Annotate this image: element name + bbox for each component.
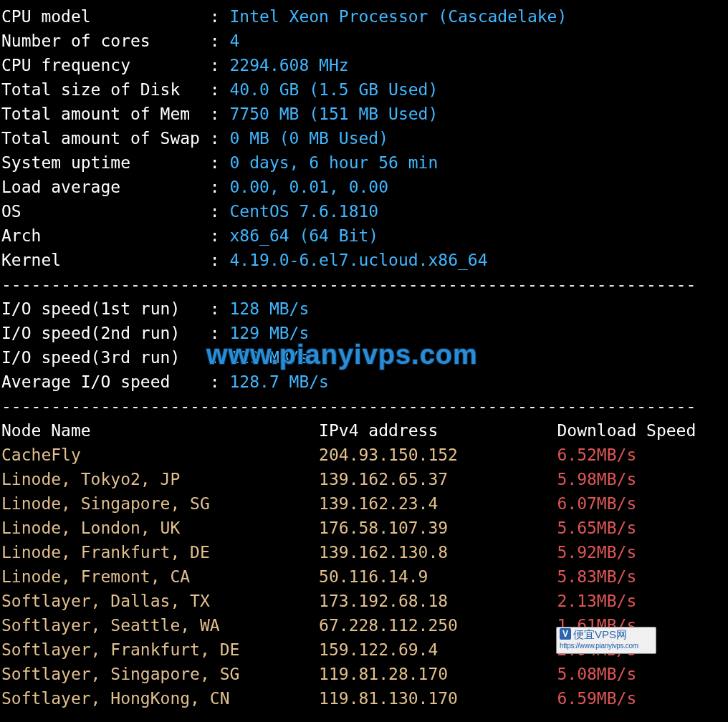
info-label: Total size of Disk [1,80,210,99]
io-label: I/O speed(2nd run) [1,324,210,342]
node-ip: 204.93.150.152 [319,446,557,464]
node-speed: 5.08MB/s [557,665,636,683]
info-row: Total size of Disk : 40.0 GB (1.5 GB Use… [1,77,728,102]
table-row: Linode, Singapore, SG 139.162.23.4 6.07M… [1,491,728,516]
info-row: Kernel : 4.19.0-6.el7.ucloud.x86_64 [1,248,728,272]
info-label: Total amount of Swap [1,129,210,148]
info-value: 4 [230,32,240,50]
info-value: 4.19.0-6.el7.ucloud.x86_64 [230,251,488,269]
info-row: Total amount of Swap : 0 MB (0 MB Used) [1,126,728,150]
io-separator: : [210,299,230,318]
node-name: Softlayer, Seattle, WA [1,616,319,635]
node-ip: 139.162.130.8 [319,543,557,562]
info-label: System uptime [1,153,210,172]
io-separator: : [210,348,230,367]
table-row: Softlayer, HongKong, CN 119.81.130.170 6… [1,686,728,711]
info-separator: : [210,153,230,172]
node-ip: 176.58.107.39 [319,519,557,537]
info-value: 0 MB (0 MB Used) [230,129,389,148]
divider: ----------------------------------------… [1,272,728,297]
table-row: Softlayer, Seattle, WA 67.228.112.250 1.… [1,613,728,637]
info-label: Load average [1,178,210,196]
table-row: Linode, Tokyo2, JP 139.162.65.37 5.98MB/… [1,467,728,491]
node-name: Linode, Singapore, SG [1,494,319,513]
info-separator: : [210,226,230,245]
info-label: Number of cores [1,32,210,50]
info-separator: : [210,202,230,221]
info-label: Arch [1,226,210,245]
io-value: 129 MB/s [230,348,310,367]
info-value: 0 days, 6 hour 56 min [230,153,439,172]
info-label: CPU model [1,7,210,26]
node-name: Linode, London, UK [1,519,319,537]
info-separator: : [210,7,230,26]
info-row: CPU model : Intel Xeon Processor (Cascad… [1,4,728,29]
node-ip: 139.162.65.37 [319,470,557,488]
node-name: Softlayer, Dallas, TX [1,592,319,610]
header-speed: Download Speed [557,421,696,440]
io-label: Average I/O speed [1,372,210,391]
node-speed: 5.98MB/s [557,470,636,488]
terminal-output: CPU model : Intel Xeon Processor (Cascad… [0,0,728,711]
info-row: CPU frequency : 2294.608 MHz [1,53,728,77]
table-row: Softlayer, Dallas, TX 173.192.68.18 2.13… [1,589,728,613]
info-row: Total amount of Mem : 7750 MB (151 MB Us… [1,102,728,126]
node-ip: 119.81.28.170 [319,665,557,683]
header-ip: IPv4 address [319,421,557,440]
info-separator: : [210,251,230,269]
node-speed: 6.59MB/s [557,689,636,708]
node-speed: 2.94MB/s [557,640,636,659]
node-name: CacheFly [1,446,319,464]
table-row: Linode, Frankfurt, DE 139.162.130.8 5.92… [1,540,728,564]
node-ip: 50.116.14.9 [319,567,557,586]
info-separator: : [210,32,230,50]
table-row: CacheFly 204.93.150.152 6.52MB/s [1,443,728,467]
node-speed: 5.92MB/s [557,543,636,562]
io-row: I/O speed(1st run) : 128 MB/s [1,297,728,321]
info-label: Total amount of Mem [1,105,210,123]
node-speed: 1.61MB/s [557,616,636,635]
table-row: Softlayer, Singapore, SG 119.81.28.170 5… [1,662,728,686]
io-row: I/O speed(2nd run) : 129 MB/s [1,321,728,345]
node-ip: 159.122.69.4 [319,640,557,659]
node-name: Softlayer, HongKong, CN [1,689,319,708]
table-row: Linode, Fremont, CA 50.116.14.9 5.83MB/s [1,564,728,589]
table-header-row: Node Name IPv4 address Download Speed [1,418,728,443]
header-node: Node Name [1,421,319,440]
io-label: I/O speed(1st run) [1,299,210,318]
node-name: Softlayer, Singapore, SG [1,665,319,683]
info-label: OS [1,202,210,221]
node-speed: 5.65MB/s [557,519,636,537]
info-row: Load average : 0.00, 0.01, 0.00 [1,175,728,199]
io-value: 128 MB/s [230,299,310,318]
info-separator: : [210,80,230,99]
info-value: 2294.608 MHz [230,56,349,74]
info-value: 7750 MB (151 MB Used) [230,105,439,123]
info-value: CentOS 7.6.1810 [230,202,379,221]
info-row: System uptime : 0 days, 6 hour 56 min [1,150,728,175]
io-separator: : [210,324,230,342]
table-row: Softlayer, Frankfurt, DE 159.122.69.4 2.… [1,637,728,662]
node-ip: 139.162.23.4 [319,494,557,513]
info-value: x86_64 (64 Bit) [230,226,379,245]
info-label: Kernel [1,251,210,269]
info-value: 0.00, 0.01, 0.00 [230,178,389,196]
io-value: 129 MB/s [230,324,310,342]
info-row: OS : CentOS 7.6.1810 [1,199,728,223]
info-separator: : [210,56,230,74]
node-ip: 119.81.130.170 [319,689,557,708]
node-ip: 173.192.68.18 [319,592,557,610]
io-row: Average I/O speed : 128.7 MB/s [1,370,728,394]
node-name: Linode, Frankfurt, DE [1,543,319,562]
io-label: I/O speed(3rd run) [1,348,210,367]
node-speed: 5.83MB/s [557,567,636,586]
node-ip: 67.228.112.250 [319,616,557,635]
info-separator: : [210,178,230,196]
node-name: Softlayer, Frankfurt, DE [1,640,319,659]
node-name: Linode, Fremont, CA [1,567,319,586]
table-row: Linode, London, UK 176.58.107.39 5.65MB/… [1,516,728,540]
info-label: CPU frequency [1,56,210,74]
node-name: Linode, Tokyo2, JP [1,470,319,488]
node-speed: 6.52MB/s [557,446,636,464]
io-value: 128.7 MB/s [230,372,329,391]
